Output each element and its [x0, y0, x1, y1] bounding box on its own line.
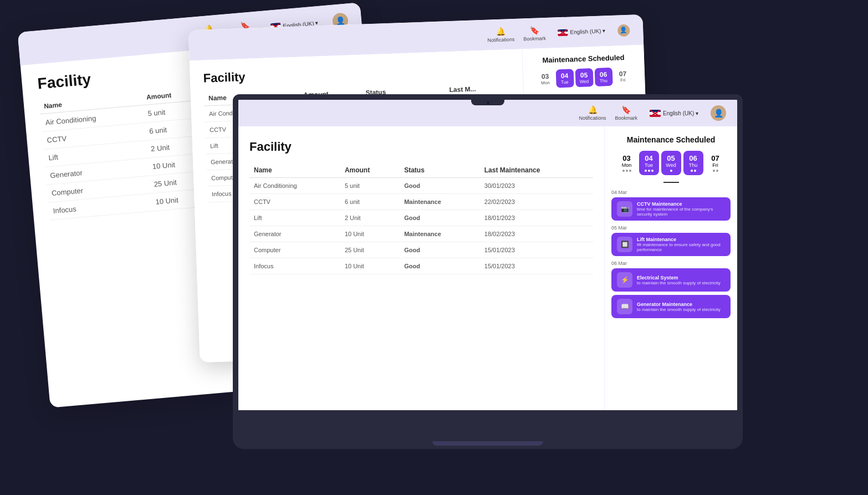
calendar-dot — [629, 170, 631, 172]
maintenance-card-text: CCTV Maintenance time for maintenance of… — [637, 201, 725, 217]
bookmark-icon: 🔖 — [621, 105, 631, 114]
calendar-day[interactable]: 04 Tue — [639, 151, 659, 175]
notifications-button[interactable]: 🔔 Notifications — [579, 105, 606, 121]
day-name: Mon — [622, 162, 632, 168]
notifications-label-bg2: Notifications — [487, 36, 514, 43]
bg-lang-2[interactable]: English (UK) ▾ — [554, 25, 609, 38]
bg-day-name-2: Wed — [580, 79, 589, 84]
cell-last-maintenance: 18/01/2023 — [480, 210, 593, 226]
cell-amount: 25 Unit — [340, 242, 400, 258]
cal-separator — [663, 182, 679, 183]
maintenance-scheduled-title: Maintenance Scheduled — [611, 135, 731, 144]
calendar-day[interactable]: 03 Mon — [617, 151, 637, 175]
bg-day-name-2: Fri — [620, 78, 626, 83]
day-name: Fri — [712, 162, 718, 168]
calendar-day[interactable]: 07 Fri — [706, 151, 726, 175]
cell-name: CCTV — [249, 194, 340, 210]
calendar-dot — [622, 170, 625, 172]
col-status: Status — [400, 163, 480, 178]
maintenance-card-icon: 📖 — [617, 299, 632, 314]
col-name: Name — [249, 163, 340, 178]
cell-last-maintenance: 15/01/2023 — [480, 242, 593, 258]
maintenance-event-card[interactable]: 🔲 Lift Maintenance lift maintenance to e… — [611, 233, 731, 256]
bg-calendar-day-2[interactable]: 05 Wed — [575, 68, 593, 87]
col-last-maintenance: Last Maintenance — [480, 163, 593, 178]
cell-status: Good — [400, 178, 480, 194]
user-avatar[interactable]: 👤 — [711, 105, 726, 121]
laptop-stand — [432, 441, 543, 446]
calendar-dot — [713, 170, 715, 172]
bg-day-num-2: 06 — [600, 70, 607, 78]
calendar-day[interactable]: 06 Thu — [683, 151, 703, 175]
maintenance-card-icon: 📷 — [617, 201, 632, 217]
bookmark-label: Bookmark — [615, 115, 638, 121]
calendar-dot — [626, 170, 628, 172]
cell-name: Lift — [249, 210, 340, 226]
bg-calendar-day-2[interactable]: 07 Fri — [614, 67, 632, 86]
bg-calendar-day-2[interactable]: 06 Thu — [594, 68, 612, 86]
bg-calendar-day-2[interactable]: 04 Tue — [555, 69, 574, 88]
col-amount: Amount — [340, 163, 400, 178]
bookmark-icon-bg2: 🔖 — [529, 25, 539, 35]
flag-icon — [650, 110, 661, 117]
table-row: Infocus 10 Unit Good 15/01/2023 — [249, 258, 593, 274]
calendar-dot — [648, 170, 650, 172]
day-number: 05 — [667, 154, 675, 162]
cell-status: Maintenance — [400, 226, 480, 242]
cell-amount: 5 unit — [340, 178, 400, 194]
bg-notifications-2[interactable]: 🔔 Notifications — [487, 26, 514, 43]
maintenance-card-desc: lift maintenance to ensure safety and go… — [637, 242, 725, 252]
date-marker: 05 Mar — [611, 225, 731, 231]
cell-last-maintenance: 22/02/2023 — [480, 194, 593, 210]
maintenance-event-card[interactable]: 📷 CCTV Maintenance time for maintenance … — [611, 197, 731, 221]
bg-day-num-2: 05 — [580, 71, 588, 79]
cell-last-maintenance: 18/02/2023 — [480, 226, 593, 242]
day-number: 04 — [645, 154, 652, 162]
laptop-screen-inner: 🔔 Notifications 🔖 Bookmark English (UK) … — [238, 100, 737, 410]
cell-status: Good — [400, 258, 480, 274]
calendar-day[interactable]: 05 Wed — [661, 151, 681, 175]
maintenance-card-icon: 🔲 — [617, 237, 632, 252]
cell-last-maintenance: 15/01/2023 — [480, 258, 593, 274]
maintenance-card-desc: time for maintenance of the company's se… — [637, 207, 725, 217]
maintenance-card-icon: ⚡ — [617, 272, 632, 288]
cell-name: Generator — [249, 226, 340, 242]
maintenance-card-text: Generator Maintenance to maintain the sm… — [637, 302, 721, 312]
date-marker: 04 Mar — [611, 190, 731, 195]
maintenance-event-card[interactable]: ⚡ Electrical System to maintain the smoo… — [611, 268, 731, 292]
cell-status: Good — [400, 242, 480, 258]
bg-bookmark-2[interactable]: 🔖 Bookmark — [523, 25, 545, 42]
bg-maintenance-title-2: Maintenance Scheduled — [529, 53, 637, 65]
day-number: 06 — [689, 154, 697, 162]
cell-name: Infocus — [249, 258, 340, 274]
laptop-frame: 🔔 Notifications 🔖 Bookmark English (UK) … — [233, 94, 743, 449]
notifications-label: Notifications — [579, 115, 606, 121]
bell-icon-bg2: 🔔 — [496, 27, 506, 36]
maintenance-card-title: CCTV Maintenance — [637, 201, 725, 207]
bookmark-button[interactable]: 🔖 Bookmark — [615, 105, 638, 121]
lang-text-bg2: English (UK) ▾ — [570, 28, 605, 35]
bg-avatar-2[interactable]: 👤 — [617, 24, 630, 37]
maintenance-card-text: Lift Maintenance lift maintenance to ens… — [637, 237, 725, 252]
maintenance-event-card[interactable]: 📖 Generator Maintenance to maintain the … — [611, 295, 731, 318]
maintenance-card-desc: to maintain the smooth supply of electri… — [637, 280, 721, 285]
day-name: Wed — [666, 162, 676, 168]
language-text: English (UK) ▾ — [663, 110, 698, 116]
facility-title: Facility — [249, 140, 593, 154]
maintenance-sidebar: Maintenance Scheduled 03 Mon 04 Tue 05 W… — [604, 126, 737, 410]
day-name: Tue — [645, 162, 653, 168]
bg-day-name-2: Thu — [600, 78, 607, 83]
bg-day-name-2: Tue — [561, 80, 569, 85]
day-number: 03 — [622, 154, 630, 162]
language-selector[interactable]: English (UK) ▾ — [646, 108, 702, 119]
bg-calendar-day-2[interactable]: 03 Mon — [536, 70, 554, 89]
bg-day-num-2: 04 — [561, 72, 569, 80]
cell-status: Maintenance — [400, 194, 480, 210]
table-row: Generator 10 Unit Maintenance 18/02/2023 — [249, 226, 593, 242]
calendar-dot — [694, 170, 696, 172]
cell-amount: 6 unit — [340, 194, 400, 210]
bg-day-name-2: Mon — [541, 80, 550, 86]
bg-day-num-2: 07 — [619, 70, 627, 78]
cell-amount: 10 Unit — [340, 226, 400, 242]
cell-status: Good — [400, 210, 480, 226]
